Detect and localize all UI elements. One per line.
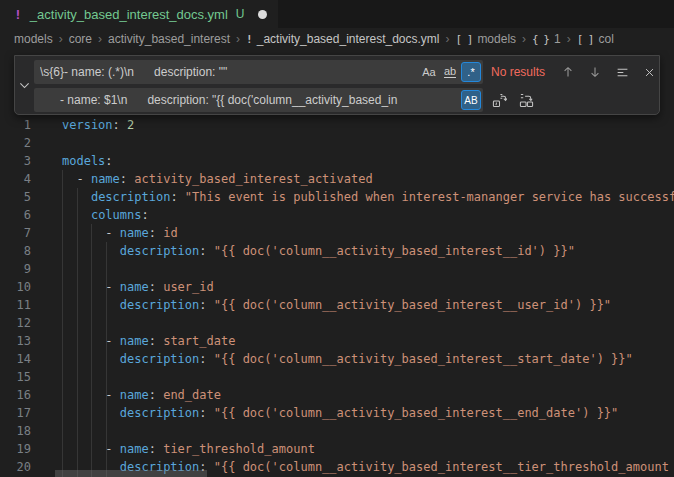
breadcrumb-item-col[interactable]: [ ]col [577, 32, 614, 46]
code-line-text: description: "{{ doc('column__activity_b… [62, 242, 674, 260]
code-line[interactable]: 1version: 2 [0, 116, 674, 134]
code-line[interactable]: 16 - name: end_date [0, 386, 674, 404]
breadcrumb-label: _activity_based_interest_docs.yml [257, 32, 440, 46]
modified-indicator-dot[interactable] [258, 10, 267, 19]
replace-button[interactable] [489, 90, 509, 110]
breadcrumb-separator-icon: › [98, 32, 102, 46]
code-editor[interactable]: 1version: 223models:4 - name: activity_b… [0, 50, 674, 477]
use-regex-toggle[interactable]: .* [461, 62, 481, 82]
replace-value-text: - name: $1\n description: "{{ doc('colum… [40, 93, 460, 107]
code-line-text: - name: end_date [62, 386, 674, 404]
preserve-case-toggle[interactable]: AB [461, 90, 481, 110]
find-query-text: \s{6}- name: (.*)\n description: "" [40, 65, 418, 79]
code-line[interactable]: 8 description: "{{ doc('column__activity… [0, 242, 674, 260]
breadcrumb-separator-icon: › [236, 32, 240, 46]
code-line-text: description: "{{ doc('column__activity_b… [62, 350, 674, 368]
code-line[interactable]: 13 - name: start_date [0, 332, 674, 350]
code-line[interactable]: 11 description: "{{ doc('column__activit… [0, 296, 674, 314]
line-number: 16 [0, 386, 31, 404]
line-number: 7 [0, 224, 31, 242]
find-result-status: No results [491, 60, 545, 84]
code-line-text: - name: id [62, 224, 674, 242]
replace-input[interactable]: - name: $1\n description: "{{ doc('colum… [34, 88, 483, 112]
yaml-file-icon: ! [14, 7, 22, 22]
breadcrumb: models›core›activity_based_interest›!_ac… [0, 28, 674, 50]
tab-activity-based-interest-docs[interactable]: ! _activity_based_interest_docs.yml U [0, 0, 278, 28]
code-line[interactable]: 2 [0, 134, 674, 152]
line-number: 12 [0, 314, 31, 332]
code-line[interactable]: 15 [0, 368, 674, 386]
code-line-text: description: "This event is published wh… [62, 188, 674, 206]
code-line-text: - name: start_date [62, 332, 674, 350]
whole-word-toggle[interactable]: ab [440, 62, 460, 82]
breadcrumb-label: activity_based_interest [108, 32, 230, 46]
breadcrumb-item-core[interactable]: core [69, 32, 92, 46]
code-line[interactable]: 12 [0, 314, 674, 332]
line-number: 14 [0, 350, 31, 368]
line-number: 17 [0, 404, 31, 422]
line-number: 18 [0, 422, 31, 440]
replace-all-button[interactable] [516, 90, 536, 110]
line-number: 1 [0, 116, 31, 134]
line-number: 20 [0, 458, 31, 476]
breadcrumb-separator-icon: › [59, 32, 63, 46]
previous-match-button[interactable] [558, 62, 578, 82]
breadcrumb-label: models [14, 32, 53, 46]
code-line[interactable]: 19 - name: tier_threshold_amount [0, 440, 674, 458]
find-replace-widget: \s{6}- name: (.*)\n description: "" Aaab… [14, 55, 660, 115]
line-number: 15 [0, 368, 31, 386]
line-number: 8 [0, 242, 31, 260]
line-number: 6 [0, 206, 31, 224]
code-line[interactable]: 18 [0, 422, 674, 440]
line-number: 3 [0, 152, 31, 170]
line-number: 13 [0, 332, 31, 350]
breadcrumb-label: models [477, 32, 516, 46]
breadcrumb-item-models[interactable]: [ ]models [456, 32, 517, 46]
toggle-replace-chevron-icon[interactable] [15, 56, 33, 114]
breadcrumb-label: col [599, 32, 614, 46]
code-line[interactable]: 9 [0, 260, 674, 278]
breadcrumb-item--activity-based-interest-docs-yml[interactable]: !_activity_based_interest_docs.yml [246, 32, 439, 46]
git-untracked-badge: U [236, 7, 245, 21]
tab-title: _activity_based_interest_docs.yml [30, 7, 228, 22]
code-line-text: - name: tier_threshold_amount [62, 440, 674, 458]
close-icon[interactable] [639, 62, 659, 82]
code-line[interactable]: 14 description: "{{ doc('column__activit… [0, 350, 674, 368]
match-case-toggle[interactable]: Aa [419, 62, 439, 82]
code-line[interactable]: 5 description: "This event is published … [0, 188, 674, 206]
breadcrumb-label: core [69, 32, 92, 46]
code-line[interactable]: 10 - name: user_id [0, 278, 674, 296]
find-input[interactable]: \s{6}- name: (.*)\n description: "" Aaab… [34, 60, 483, 84]
code-line-text: columns: [62, 206, 674, 224]
line-number: 9 [0, 260, 31, 278]
code-line[interactable]: 6 columns: [0, 206, 674, 224]
line-number: 11 [0, 296, 31, 314]
breadcrumb-separator-icon: › [446, 32, 450, 46]
symbol-object-icon: { } [532, 33, 549, 46]
symbol-array-icon: [ ] [577, 33, 594, 46]
horizontal-scrollbar[interactable] [55, 470, 207, 477]
breadcrumb-item-activity-based-interest[interactable]: activity_based_interest [108, 32, 230, 46]
symbol-array-icon: [ ] [456, 33, 473, 46]
code-line-text: version: 2 [62, 116, 674, 134]
breadcrumb-separator-icon: › [522, 32, 526, 46]
breadcrumb-item-1[interactable]: { }1 [532, 32, 561, 46]
code-line-text: - name: activity_based_interest_activate… [62, 170, 674, 188]
breadcrumb-item-models[interactable]: models [14, 32, 53, 46]
code-line[interactable]: 3models: [0, 152, 674, 170]
next-match-button[interactable] [585, 62, 605, 82]
line-number: 4 [0, 170, 31, 188]
code-line-text: description: "{{ doc('column__activity_b… [62, 296, 674, 314]
code-line[interactable]: 4 - name: activity_based_interest_activa… [0, 170, 674, 188]
code-line[interactable]: 7 - name: id [0, 224, 674, 242]
breadcrumb-label: 1 [554, 32, 561, 46]
code-line-text: description: "{{ doc('column__activity_b… [62, 404, 674, 422]
find-in-selection-icon[interactable] [612, 62, 632, 82]
code-line-text: models: [62, 152, 674, 170]
breadcrumb-separator-icon: › [567, 32, 571, 46]
line-number: 19 [0, 440, 31, 458]
code-area: 1version: 223models:4 - name: activity_b… [0, 116, 674, 476]
yaml-file-icon: ! [246, 33, 252, 46]
code-line[interactable]: 17 description: "{{ doc('column__activit… [0, 404, 674, 422]
code-line-text: - name: user_id [62, 278, 674, 296]
